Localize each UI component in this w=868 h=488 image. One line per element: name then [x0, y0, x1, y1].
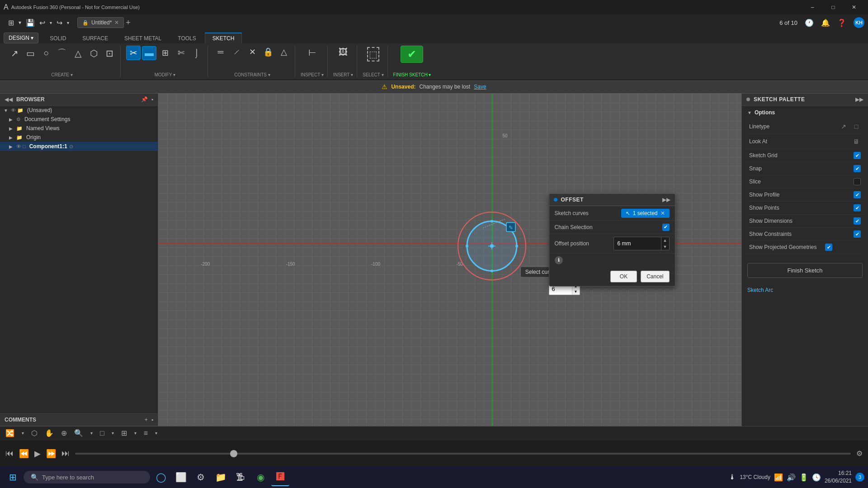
sidebar-menu-icon[interactable]: ▪	[151, 96, 153, 103]
trim-tool-button[interactable]: ✄	[174, 47, 188, 59]
settings-taskbar-button[interactable]: ⚙	[192, 468, 210, 486]
triangle-tool-button[interactable]: △	[71, 47, 85, 60]
finish-sketch-label[interactable]: FINISH SKETCH ▾	[393, 72, 431, 77]
grid-dropdown-icon[interactable]: ▾	[134, 431, 137, 436]
sidebar-item-origin[interactable]: ▶ 📁 Origin	[0, 133, 158, 142]
line-tool-button[interactable]: ↗	[7, 47, 22, 60]
tab-tools[interactable]: TOOLS	[170, 33, 203, 43]
selected-badge[interactable]: ↖ 1 selected ✕	[621, 209, 670, 218]
break-tool-button[interactable]: ⌡	[189, 47, 204, 59]
bell-icon[interactable]: 🔔	[821, 19, 830, 27]
offset-value-input[interactable]	[614, 239, 661, 249]
timeline-play-button[interactable]: ▶	[34, 449, 41, 459]
timeline-track[interactable]	[75, 453, 851, 455]
info-icon[interactable]: ℹ	[555, 256, 563, 264]
tab-sheet-metal[interactable]: SHEET METAL	[117, 33, 169, 43]
grid-menu-icon[interactable]: ⊞	[7, 18, 15, 28]
show-profile-checkbox[interactable]: ✔	[854, 191, 861, 198]
sidebar-item-named-views[interactable]: ▶ 📁 Named Views	[0, 124, 158, 133]
look-at-icon[interactable]: 🖥	[852, 137, 861, 146]
coincident-button[interactable]: ═	[213, 46, 228, 58]
start-button[interactable]: ⊞	[4, 468, 22, 486]
lock-button[interactable]: 🔒	[261, 46, 275, 58]
linetype-icon1[interactable]: ↗	[839, 122, 848, 131]
rectangle-tool-button[interactable]: ▭	[23, 47, 38, 60]
show-constraints-checkbox[interactable]: ✔	[854, 230, 861, 238]
spin-down-button[interactable]: ▼	[572, 289, 580, 295]
display-mode-icon[interactable]: ⬡	[31, 429, 38, 437]
offset-tool-button[interactable]: ✂	[126, 46, 141, 60]
visual-dropdown-icon[interactable]: ▾	[155, 431, 157, 436]
inspect-label[interactable]: INSPECT ▾	[301, 72, 324, 77]
measure-button[interactable]: ⊢	[305, 46, 319, 59]
extend-tool-button[interactable]: ⊞	[158, 47, 172, 59]
clock-taskbar-icon[interactable]: 🕓	[812, 473, 821, 482]
undo-button[interactable]: ↩	[38, 18, 46, 28]
slice-checkbox[interactable]	[854, 178, 861, 185]
grid-view-icon[interactable]: ⊞	[121, 429, 127, 437]
timeline-end-button[interactable]: ⏭	[61, 449, 70, 458]
slot-tool-button[interactable]: ⬡	[86, 47, 101, 60]
clock-icon[interactable]: 🕐	[805, 19, 814, 27]
timeline-thumb[interactable]	[230, 450, 237, 457]
options-header[interactable]: ▼ Options	[747, 109, 863, 116]
sidebar-item-root[interactable]: ▼ 👁 📁 (Unsaved)	[0, 106, 158, 115]
winrar-taskbar-button[interactable]: 🗜	[231, 468, 250, 486]
timeline-forward-button[interactable]: ⏩	[46, 449, 56, 459]
tab-solid[interactable]: SOLID	[42, 33, 74, 43]
explorer-taskbar-button[interactable]: 📁	[212, 468, 230, 486]
sidebar-item-doc-settings[interactable]: ▶ ⚙ Document Settings	[0, 115, 158, 124]
fusion-taskbar-button[interactable]: 🅵	[271, 468, 289, 486]
visual-icon[interactable]: ≡	[144, 429, 148, 437]
user-avatar[interactable]: KH	[854, 17, 864, 28]
help-icon[interactable]: ❓	[837, 19, 846, 27]
volume-icon[interactable]: 🔊	[787, 473, 796, 482]
origin-mode-icon[interactable]: 🔀	[5, 429, 14, 437]
show-points-checkbox[interactable]: ✔	[854, 204, 861, 211]
show-dimensions-checkbox[interactable]: ✔	[854, 217, 861, 225]
viewport-dropdown-icon[interactable]: ▾	[112, 431, 114, 436]
maximize-button[interactable]: □	[823, 0, 844, 14]
cortana-button[interactable]: ◯	[152, 468, 170, 486]
chain-selection-checkbox[interactable]: ✔	[662, 224, 670, 231]
fit-icon[interactable]: 🔍	[74, 429, 83, 437]
notifications-badge[interactable]: 3	[855, 473, 864, 482]
sidebar-pin-icon[interactable]: 📌	[141, 96, 148, 103]
timeline-settings-icon[interactable]: ⚙	[856, 449, 863, 458]
design-dropdown-button[interactable]: DESIGN ▾	[4, 33, 38, 43]
timeline-rewind-button[interactable]: ⏮	[5, 449, 14, 458]
modify-label[interactable]: MODIFY ▾	[155, 72, 175, 77]
timeline-back-button[interactable]: ⏪	[19, 449, 29, 459]
insert-label[interactable]: INSERT ▾	[333, 72, 353, 77]
cancel-button[interactable]: Cancel	[641, 271, 669, 282]
redo-arrow[interactable]: ▾	[66, 19, 70, 26]
wifi-icon[interactable]: 📶	[774, 473, 783, 482]
clear-selection-button[interactable]: ✕	[660, 210, 665, 216]
redo-button[interactable]: ↪	[56, 18, 63, 28]
tab-sketch[interactable]: SKETCH	[205, 33, 242, 43]
offset-spin-up[interactable]: ▲	[661, 237, 669, 244]
select-label[interactable]: SELECT ▾	[363, 72, 384, 77]
close-tab-icon[interactable]: ✕	[114, 19, 119, 26]
circle-tool-button[interactable]: ○	[39, 47, 53, 60]
sidebar-collapse-icon[interactable]: ◀◀	[5, 96, 13, 103]
tangent-button[interactable]: ✕	[245, 46, 259, 58]
snap-checkbox[interactable]: ✔	[854, 165, 861, 172]
sketch-grid-checkbox[interactable]: ✔	[854, 152, 861, 159]
task-view-button[interactable]: ⬜	[172, 468, 190, 486]
comments-menu-icon[interactable]: ▪	[151, 417, 153, 423]
pan-icon[interactable]: ✋	[45, 429, 54, 437]
undo-arrow[interactable]: ▾	[49, 19, 53, 26]
point-tool-button[interactable]: ⊡	[102, 47, 117, 60]
minimize-button[interactable]: –	[802, 0, 823, 14]
chrome-taskbar-button[interactable]: ◉	[251, 468, 269, 486]
show-projected-checkbox[interactable]: ✔	[825, 244, 832, 251]
viewport-icon[interactable]: □	[100, 429, 104, 437]
zoom-icon[interactable]: ⊕	[61, 429, 67, 437]
add-comment-icon[interactable]: +	[145, 417, 148, 423]
battery-icon[interactable]: 🔋	[799, 473, 808, 482]
fit-dropdown-icon[interactable]: ▾	[90, 431, 93, 436]
constraints-label[interactable]: CONSTRAINTS ▾	[234, 72, 270, 77]
palette-expand-icon[interactable]: ▶▶	[855, 96, 863, 103]
finish-sketch-ribbon-button[interactable]: ✔	[401, 46, 423, 63]
